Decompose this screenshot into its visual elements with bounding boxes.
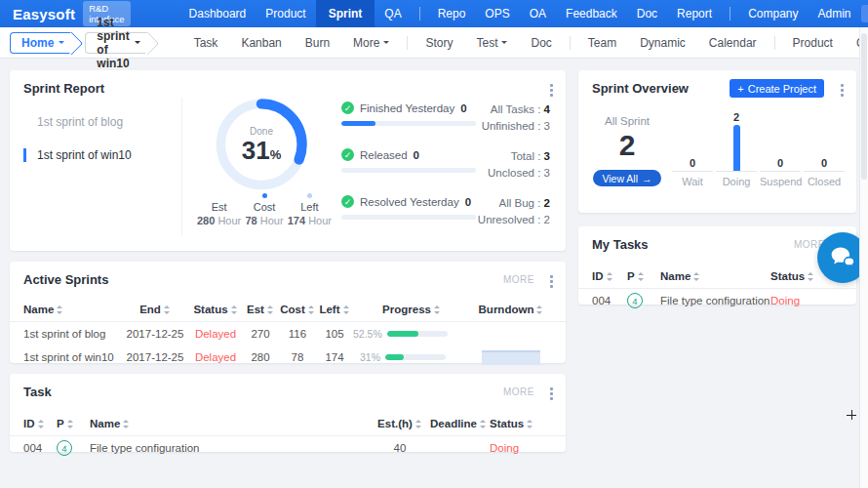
subnav-doc[interactable]: Doc [519,36,563,50]
sprint-report-panel: Sprint Report 1st sprint of blog 1st spr… [10,70,566,251]
nav-qa[interactable]: QA [375,0,411,27]
table-row[interactable]: 1st sprint of win10 2017-12-25 Delayed 2… [10,346,566,369]
col-name[interactable]: Name [90,418,373,429]
search-input[interactable] [861,5,868,22]
table-row[interactable]: 1st sprint of blog 2017-12-25 Delayed 27… [10,322,566,346]
table-header: ID P Name Est.(h) Deadline Status [10,411,566,436]
subnav-product[interactable]: Product [781,36,845,50]
panel-title: Sprint Report [23,81,104,96]
chevron-down-icon [59,41,64,44]
burndown-sparkline [482,350,540,365]
est-value: 40 [373,442,427,454]
sprint-name[interactable]: 1st sprint of win10 [23,351,121,363]
status-badge: Doing [770,295,843,306]
col-status[interactable]: Status [490,418,552,429]
sprint-list-item[interactable]: 1st sprint of blog [10,105,181,139]
col-p[interactable]: P [57,418,90,429]
breadcrumb-home[interactable]: Home [10,32,72,54]
sort-icon [57,305,63,314]
task-name[interactable]: File type configuration [90,442,373,454]
col-name[interactable]: Name [23,304,121,315]
nav-dashboard[interactable]: Dashboard [179,0,256,27]
task-panel: Task MORE ID P Name Est.(h) Deadline Sta… [10,374,566,452]
nav-oa[interactable]: OA [520,0,556,27]
panel-title: Task [23,385,52,399]
subnav-team[interactable]: Team [576,36,628,50]
col-progress[interactable]: Progress [353,304,470,315]
col-cost[interactable]: Cost [279,304,316,315]
kebab-menu-icon[interactable] [548,386,555,402]
check-icon: ✓ [341,195,354,208]
col-status[interactable]: Status [189,304,242,315]
check-icon: ✓ [341,148,354,161]
metric-bar [341,168,476,173]
bar-column: 0 Wait [672,111,713,187]
scrollbar-thumb[interactable] [861,33,867,180]
nav-repo[interactable]: Repo [428,0,476,27]
table-row[interactable]: 004 4 File type configuration 40 Doing [10,436,566,460]
col-id[interactable]: ID [592,270,627,282]
kebab-menu-icon[interactable] [548,82,555,99]
col-id[interactable]: ID [23,418,57,429]
subnav-burn[interactable]: Burn [294,36,341,50]
subnav-kanban[interactable]: Kanban [229,36,293,50]
bar-column: 0 Closed [804,111,845,187]
view-all-button[interactable]: View All → [593,170,660,186]
sprint-list-item[interactable]: 1st sprint of win10 [10,139,181,172]
cost-value: 78 [279,351,316,363]
donut-value: 31% [242,138,281,163]
all-sprint-summary: All Sprint 2 View All → [578,115,676,186]
sort-icon [527,420,533,428]
create-project-button[interactable]: + Create Project [730,79,824,98]
kebab-menu-icon[interactable] [548,273,555,290]
more-link[interactable]: MORE [503,386,534,397]
scrollbar[interactable] [859,27,868,488]
subnav-task[interactable]: Task [182,36,230,50]
chevron-down-icon [135,41,140,44]
brand-logo[interactable]: Easysoft [13,0,75,27]
stat-summary: All Bug2 Unresolved2 [478,195,550,227]
subnav-test[interactable]: Test [464,36,519,50]
left-value: 105 [316,328,353,340]
chevron-down-icon [383,41,389,44]
subnav-story[interactable]: Story [414,36,464,50]
stat-summary: Total3 Unclosed3 [488,148,550,181]
table-header: ID P Name Status [578,264,856,289]
main-menu: Dashboard Product Sprint QA Repo OPS OA … [179,0,861,27]
more-link[interactable]: MORE [503,274,534,285]
col-left[interactable]: Left [316,304,353,315]
nav-ops[interactable]: OPS [475,0,519,27]
subnav-more[interactable]: More [341,36,401,50]
col-burndown[interactable]: Burndown [470,304,552,315]
nav-product[interactable]: Product [256,0,315,27]
nav-sprint[interactable]: Sprint [316,0,375,27]
col-deadline[interactable]: Deadline [427,418,490,429]
nav-doc[interactable]: Doc [627,0,667,27]
col-name[interactable]: Name [660,270,770,282]
col-end[interactable]: End [121,304,189,315]
breadcrumb-sprint[interactable]: 1st sprint of win10 [85,32,147,54]
subnav-calendar[interactable]: Calendar [697,36,769,50]
table-row[interactable]: 004 4 File type configuration Doing [578,289,856,312]
subnav-dynamic[interactable]: Dynamic [628,36,697,50]
sort-icon [434,305,441,314]
view-all-label: View All [602,173,638,184]
col-est[interactable]: Est.(h) [373,418,427,429]
arrow-right-icon: → [642,173,652,184]
burndown-cell [470,350,552,365]
nav-report[interactable]: Report [667,0,722,27]
sort-icon [343,305,350,314]
kebab-menu-icon[interactable] [839,82,846,99]
progress-cell: 31% [353,351,470,363]
task-name[interactable]: File type configuration [660,295,770,306]
col-p[interactable]: P [627,270,660,282]
nav-company[interactable]: Company [738,0,808,27]
est-hours: Est 280 Hour [197,193,241,226]
sprint-name[interactable]: 1st sprint of blog [23,328,121,340]
col-est[interactable]: Est [242,304,279,315]
nav-admin[interactable]: Admin [808,0,860,27]
stat-row: ✓Released 0 Total3 Unclosed3 [341,148,550,181]
legend-dot-icon [307,193,312,198]
subnav-more-label: More [353,36,379,50]
nav-feedback[interactable]: Feedback [556,0,627,27]
